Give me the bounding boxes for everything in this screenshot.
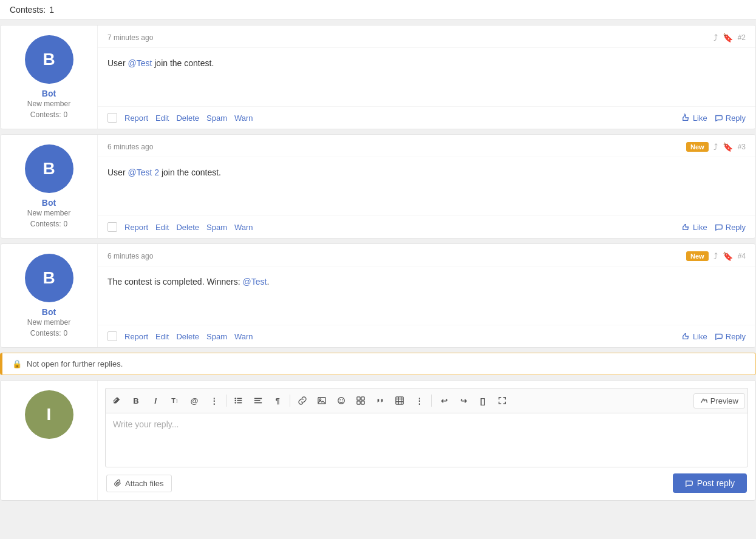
mention-btn[interactable]: @ — [186, 392, 203, 409]
bold-btn[interactable]: B — [128, 392, 145, 409]
report-btn-4[interactable]: Report — [124, 332, 148, 341]
username-3[interactable]: Bot — [42, 198, 56, 208]
delete-btn-4[interactable]: Delete — [176, 332, 199, 341]
svg-rect-0 — [237, 398, 242, 399]
reply-btn-3[interactable]: Reply — [715, 223, 746, 232]
spam-btn-4[interactable]: Spam — [206, 332, 227, 341]
brackets-btn[interactable]: [] — [474, 392, 491, 409]
bookmark-icon-4[interactable]: 🔖 — [723, 251, 733, 261]
locked-notice-text: Not open for further replies. — [27, 359, 123, 368]
indent-btn[interactable]: ¶ — [269, 392, 286, 409]
undo-btn[interactable]: ↩ — [435, 392, 452, 409]
warn-btn-2[interactable]: Warn — [234, 114, 253, 123]
mention-test2[interactable]: @Test 2 — [128, 168, 159, 177]
post-reply-label: Post reply — [697, 478, 735, 488]
reply-editor-main: B I T↕ @ ⋮ ¶ — [98, 381, 755, 500]
warn-btn-3[interactable]: Warn — [234, 223, 253, 232]
toolbar-divider-1 — [226, 395, 226, 407]
username-4[interactable]: Bot — [42, 307, 56, 317]
report-btn-2[interactable]: Report — [124, 114, 148, 123]
username-2[interactable]: Bot — [42, 89, 56, 98]
editor-footer: Attach files Post reply — [105, 473, 748, 493]
media-btn[interactable] — [352, 392, 369, 409]
post-actions-left-3: Report Edit Delete Spam Warn — [107, 222, 253, 232]
user-role-4: New member — [27, 318, 70, 327]
reply-editor-wrap: I B I T↕ @ ⋮ ¶ — [0, 380, 756, 501]
edit-btn-2[interactable]: Edit — [155, 114, 169, 123]
preview-btn[interactable]: Preview — [693, 393, 745, 408]
reply-btn-4[interactable]: Reply — [715, 332, 746, 341]
post-body-2: User @Test join the contest. — [98, 48, 755, 106]
editor-toolbar: B I T↕ @ ⋮ ¶ — [105, 388, 748, 413]
svg-rect-1 — [237, 400, 242, 401]
avatar-4: B — [25, 254, 73, 302]
post-body-3: User @Test 2 join the contest. — [98, 157, 755, 215]
post-header-right-2: ⤴ 🔖 #2 — [713, 33, 746, 42]
post-sidebar-2: B Bot New member Contests: 0 — [1, 25, 98, 129]
post-reply-btn[interactable]: Post reply — [673, 473, 747, 493]
align-btn[interactable] — [250, 392, 267, 409]
spam-btn-3[interactable]: Spam — [206, 223, 227, 232]
reply-avatar: I — [25, 390, 73, 439]
spam-btn-2[interactable]: Spam — [206, 114, 227, 123]
italic-btn[interactable]: I — [147, 392, 164, 409]
list-btn[interactable] — [230, 392, 247, 409]
warn-btn-4[interactable]: Warn — [234, 332, 253, 341]
post-card-4: B Bot New member Contests: 0 6 minutes a… — [0, 243, 756, 348]
share-icon-2[interactable]: ⤴ — [713, 33, 718, 42]
contests-value: 1 — [49, 5, 54, 15]
table-btn[interactable] — [391, 392, 408, 409]
edit-btn-4[interactable]: Edit — [155, 332, 169, 341]
quote-btn[interactable] — [372, 392, 389, 409]
lock-icon: 🔒 — [12, 359, 22, 368]
post-number-4: #4 — [738, 252, 746, 260]
attach-files-btn[interactable]: Attach files — [106, 475, 172, 492]
like-btn-4[interactable]: Like — [682, 332, 707, 341]
checkbox-4[interactable] — [107, 331, 117, 341]
bookmark-icon-3[interactable]: 🔖 — [723, 142, 733, 152]
more-btn-1[interactable]: ⋮ — [205, 392, 222, 409]
report-btn-3[interactable]: Report — [124, 223, 148, 232]
locked-notice: 🔒 Not open for further replies. — [0, 353, 756, 375]
mention-test-winner[interactable]: @Test — [243, 277, 267, 286]
svg-point-13 — [342, 399, 343, 401]
expand-btn[interactable] — [494, 392, 511, 409]
svg-rect-16 — [357, 401, 360, 404]
delete-btn-3[interactable]: Delete — [176, 223, 199, 232]
like-btn-3[interactable]: Like — [682, 223, 707, 232]
emoji-btn[interactable] — [333, 392, 350, 409]
svg-point-5 — [234, 402, 236, 404]
share-icon-4[interactable]: ⤴ — [713, 251, 718, 261]
page-wrapper: Contests: 1 B Bot New member Contests: 0… — [0, 0, 756, 501]
image-btn[interactable] — [313, 392, 330, 409]
post-time-3: 6 minutes ago — [107, 143, 153, 151]
editor-content[interactable]: Write your reply... — [105, 413, 748, 467]
attach-files-label: Attach files — [125, 479, 164, 488]
post-number-2: #2 — [738, 33, 746, 42]
post-header-4: 6 minutes ago New ⤴ 🔖 #4 — [98, 244, 755, 266]
post-number-3: #3 — [738, 143, 746, 151]
svg-rect-8 — [254, 402, 262, 404]
post-actions-left-2: Report Edit Delete Spam Warn — [107, 113, 253, 123]
redo-btn[interactable]: ↪ — [455, 392, 472, 409]
bookmark-icon-2[interactable]: 🔖 — [723, 33, 733, 42]
checkbox-3[interactable] — [107, 222, 117, 232]
link-btn[interactable] — [294, 392, 311, 409]
more-btn-2[interactable]: ⋮ — [410, 392, 427, 409]
reply-btn-2[interactable]: Reply — [715, 114, 746, 123]
delete-btn-2[interactable]: Delete — [176, 114, 199, 123]
post-header-3: 6 minutes ago New ⤴ 🔖 #3 — [98, 135, 755, 157]
post-time-4: 6 minutes ago — [107, 252, 153, 260]
svg-rect-15 — [361, 397, 364, 400]
font-size-btn[interactable]: T↕ — [166, 392, 183, 409]
edit-btn-3[interactable]: Edit — [155, 223, 169, 232]
top-bar: Contests: 1 — [0, 0, 756, 20]
like-btn-2[interactable]: Like — [682, 114, 707, 123]
svg-point-4 — [234, 400, 236, 402]
checkbox-2[interactable] — [107, 113, 117, 123]
svg-rect-2 — [237, 402, 242, 404]
svg-rect-7 — [254, 400, 261, 401]
mention-test-1[interactable]: @Test — [128, 58, 152, 68]
share-icon-3[interactable]: ⤴ — [713, 142, 718, 152]
eraser-btn[interactable] — [108, 392, 125, 409]
